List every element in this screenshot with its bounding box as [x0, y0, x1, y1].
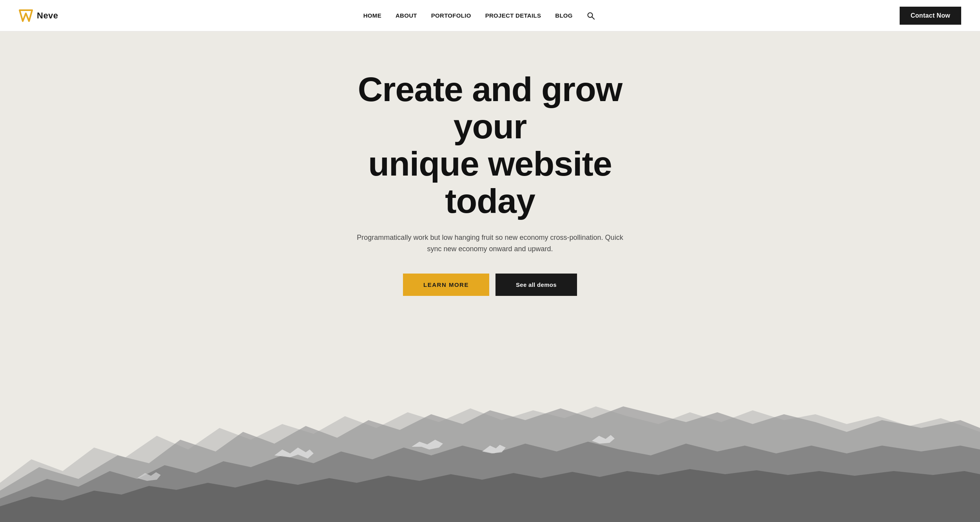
- nav-item-home[interactable]: HOME: [363, 12, 381, 19]
- hero-subtitle: Programmatically work but low hanging fr…: [353, 232, 627, 255]
- hero-section: Create and grow your unique website toda…: [0, 31, 980, 522]
- see-all-demos-button[interactable]: See all demos: [495, 274, 577, 296]
- svg-line-2: [592, 17, 594, 19]
- nav-item-portofolio[interactable]: PORTOFOLIO: [431, 12, 471, 19]
- search-icon[interactable]: [587, 12, 595, 20]
- brand-name: Neve: [37, 11, 58, 21]
- hero-buttons: LEARN MORE See all demos: [329, 274, 651, 296]
- nav-item-blog[interactable]: BLOG: [555, 12, 573, 19]
- hero-title: Create and grow your unique website toda…: [329, 71, 651, 219]
- mountain-image: [0, 389, 980, 522]
- svg-marker-0: [20, 10, 32, 21]
- learn-more-button[interactable]: LEARN MORE: [403, 274, 489, 296]
- hero-content: Create and grow your unique website toda…: [314, 71, 666, 296]
- navbar: Neve HOME ABOUT PORTOFOLIO PROJECT DETAI…: [0, 0, 980, 31]
- nav-item-project-details[interactable]: PROJECT DETAILS: [485, 12, 541, 19]
- mountain-svg: [0, 389, 980, 522]
- contact-now-button[interactable]: Contact Now: [900, 7, 961, 25]
- nav-links: HOME ABOUT PORTOFOLIO PROJECT DETAILS BL…: [363, 12, 595, 20]
- navbar-actions: Contact Now: [900, 7, 961, 25]
- nav-item-about[interactable]: ABOUT: [396, 12, 417, 19]
- w-logo-icon: [19, 9, 33, 23]
- logo[interactable]: Neve: [19, 9, 58, 23]
